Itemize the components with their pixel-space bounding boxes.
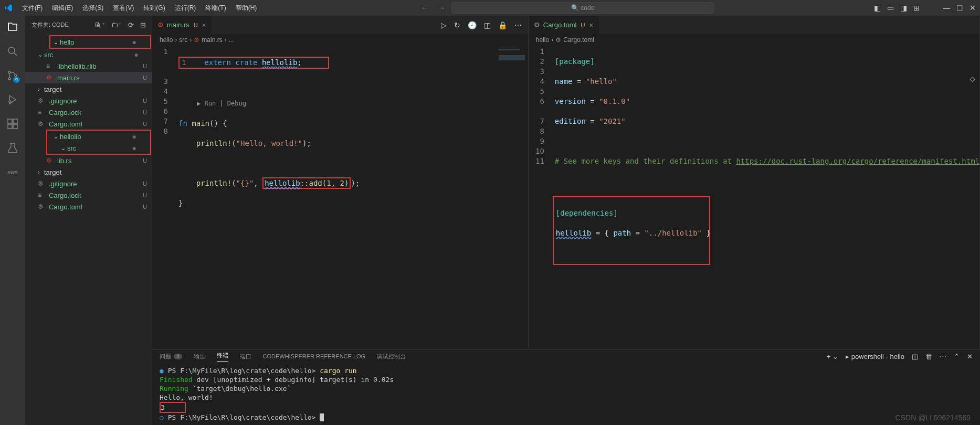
tree-folder-src2[interactable]: ⌄src● [47, 142, 150, 154]
activity-bar: 9 aws [0, 16, 25, 425]
new-file-icon[interactable]: 🗎⁺ [94, 21, 105, 29]
run-icon[interactable]: ▷ [441, 21, 447, 29]
tab-close-icon[interactable]: × [202, 21, 206, 29]
panel-more-icon[interactable]: ⋯ [940, 353, 946, 360]
more-icon[interactable]: ⋯ [514, 21, 522, 29]
activity-search-icon[interactable] [6, 45, 19, 58]
window-maximize-icon[interactable]: ☐ [956, 4, 963, 12]
new-folder-icon[interactable]: 🗀⁺ [111, 21, 122, 29]
editor-group-left: ⚙main.rsU× ▷ ↻ 🕘 ◫ 🔒 ⋯ hello › src › ⚙ m… [152, 16, 529, 349]
menu-bar: 文件(F) 编辑(E) 选择(S) 查看(V) 转到(G) 运行(R) 终端(T… [18, 2, 261, 15]
panel-close-icon[interactable]: ✕ [967, 353, 973, 360]
gutter-right: 123456 7891011 [529, 46, 555, 349]
activity-scm-icon[interactable]: 9 [6, 69, 19, 82]
layout-sidebar-right-icon[interactable]: ◨ [900, 4, 907, 12]
menu-file[interactable]: 文件(F) [18, 2, 47, 15]
sidebar-title: 文件夹: CODE [31, 21, 69, 29]
codelens-run-debug[interactable]: ▶ Run | Debug [197, 99, 497, 109]
tab-mainrs[interactable]: ⚙main.rsU× [152, 16, 212, 34]
menu-view[interactable]: 查看(V) [109, 2, 138, 15]
layout-customize-icon[interactable]: ⊞ [913, 4, 920, 12]
lock-icon[interactable]: 🔒 [498, 21, 507, 29]
layout-sidebar-left-icon[interactable]: ◧ [874, 4, 881, 12]
minimap-left[interactable] [497, 46, 528, 349]
tree-file-libhellolib[interactable]: ≡libhellolib.rlibU [25, 60, 152, 72]
split-terminal-icon[interactable]: ◫ [912, 353, 918, 360]
svg-rect-6 [13, 119, 17, 123]
menu-edit[interactable]: 编辑(E) [48, 2, 77, 15]
bottom-panel: 问题4 输出 终端 端口 CODEWHISPERER REFERENCE LOG… [152, 349, 980, 425]
breadcrumb-left[interactable]: hello › src › ⚙ main.rs › ... [152, 34, 528, 46]
editor-left[interactable]: 1 345678 1 extern crate hellolib; ▶ Run … [152, 46, 528, 349]
split-icon[interactable]: ◫ [484, 21, 491, 29]
gutter-left: 1 345678 [152, 46, 178, 349]
terminal-content[interactable]: ● PS F:\MyFile\R\log\crate\code\hello> c… [152, 363, 980, 425]
codewhisperer-icon[interactable]: ◇ [970, 73, 975, 84]
tree-file-cargotoml[interactable]: ⚙Cargo.tomlU [25, 118, 152, 130]
nav-back-icon[interactable]: ← [421, 4, 428, 12]
tree-folder-hellolib[interactable]: ⌄hellolib● [47, 131, 150, 142]
activity-debug-icon[interactable] [6, 93, 19, 106]
svg-point-0 [8, 47, 15, 54]
vscode-logo-icon [4, 4, 13, 12]
panel-tab-cwref[interactable]: CODEWHISPERER REFERENCE LOG [263, 353, 366, 359]
activity-explorer-icon[interactable] [6, 21, 19, 34]
layout-panel-icon[interactable]: ▭ [887, 4, 894, 12]
tree-file-librs[interactable]: ⚙lib.rsU [25, 155, 152, 166]
menu-select[interactable]: 选择(S) [78, 2, 108, 15]
terminal-label[interactable]: ▸ powershell - hello [846, 353, 904, 360]
activity-testing-icon[interactable] [6, 142, 19, 154]
svg-point-2 [8, 78, 10, 80]
tree-file-gitignore[interactable]: ⚙.gitignoreU [25, 95, 152, 107]
menu-run[interactable]: 运行(R) [171, 2, 201, 15]
panel-maximize-icon[interactable]: ⌃ [954, 353, 960, 360]
kill-terminal-icon[interactable]: 🗑 [925, 353, 932, 360]
panel-tab-debug[interactable]: 调试控制台 [377, 353, 406, 360]
tree-file-mainrs[interactable]: ⚙main.rsU [25, 72, 152, 83]
tree-file-cargotoml2[interactable]: ⚙Cargo.tomlU [25, 201, 152, 212]
svg-point-1 [8, 71, 10, 73]
panel-tab-output[interactable]: 输出 [194, 353, 205, 360]
history-icon[interactable]: 🕘 [468, 21, 477, 29]
new-terminal-icon[interactable]: + ⌄ [827, 353, 838, 360]
panel-tab-terminal[interactable]: 终端 [217, 352, 228, 362]
menu-help[interactable]: 帮助(H) [231, 2, 261, 15]
title-bar: 文件(F) 编辑(E) 选择(S) 查看(V) 转到(G) 运行(R) 终端(T… [0, 0, 980, 16]
tree-folder-target[interactable]: ›target [25, 83, 152, 95]
tree-file-cargolock2[interactable]: ≡Cargo.lockU [25, 189, 152, 201]
tree-folder-target2[interactable]: ›target [25, 166, 152, 178]
command-center-search[interactable]: 🔍 code [451, 2, 714, 14]
execute-icon[interactable]: ↻ [454, 21, 460, 29]
tree-file-cargolock[interactable]: ≡Cargo.lockU [25, 107, 152, 118]
svg-point-4 [9, 101, 11, 103]
editor-right[interactable]: ◇ 123456 7891011 [package] name = "hello… [529, 46, 979, 349]
menu-terminal[interactable]: 终端(T) [201, 2, 230, 15]
tree-file-gitignore2[interactable]: ⚙.gitignoreU [25, 178, 152, 189]
activity-aws-icon[interactable]: aws [6, 166, 19, 178]
breadcrumb-right[interactable]: hello › ⚙ Cargo.toml [529, 34, 979, 46]
refresh-icon[interactable]: ⟳ [128, 21, 134, 29]
window-close-icon[interactable]: ✕ [970, 4, 976, 12]
svg-rect-8 [13, 124, 17, 129]
file-tree: ⌄hello● ⌄src● ≡libhellolib.rlibU ⚙main.r… [25, 34, 152, 425]
tree-folder-hello[interactable]: ⌄hello● [50, 36, 150, 48]
panel-tab-problems[interactable]: 问题4 [160, 353, 182, 360]
tab-close-icon[interactable]: × [589, 21, 593, 29]
collapse-all-icon[interactable]: ⊟ [140, 21, 146, 29]
window-minimize-icon[interactable]: — [943, 4, 950, 12]
panel-tab-ports[interactable]: 端口 [240, 353, 251, 360]
watermark: CSDN @LL596214569 [895, 413, 971, 422]
activity-extensions-icon[interactable] [6, 118, 19, 130]
tab-cargotoml[interactable]: ⚙Cargo.tomlU× [529, 16, 599, 34]
explorer-sidebar: 文件夹: CODE 🗎⁺ 🗀⁺ ⟳ ⊟ ⌄hello● ⌄src● ≡libhe… [25, 16, 152, 425]
svg-rect-5 [8, 119, 12, 123]
menu-go[interactable]: 转到(G) [139, 2, 169, 15]
tree-folder-src[interactable]: ⌄src● [25, 49, 152, 60]
nav-forward-icon[interactable]: → [438, 4, 445, 12]
editor-group-right: ⚙Cargo.tomlU× hello › ⚙ Cargo.toml ◇ 123… [529, 16, 980, 349]
svg-rect-7 [8, 124, 12, 129]
